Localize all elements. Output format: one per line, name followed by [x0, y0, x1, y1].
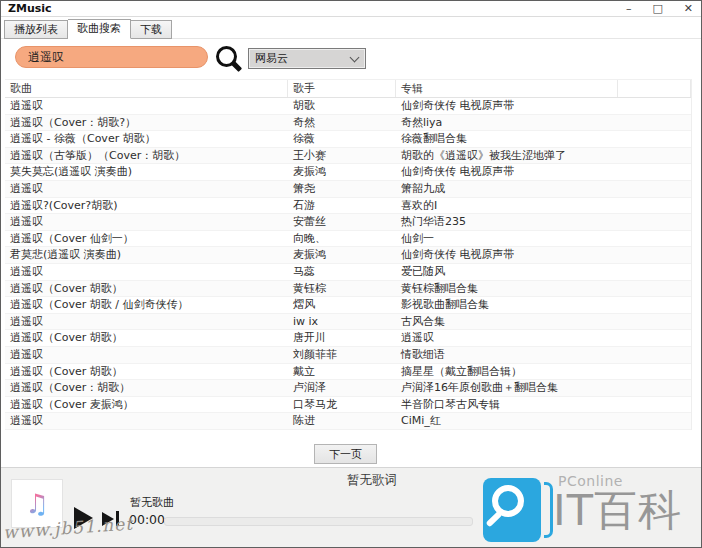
cell-artist[interactable]: 向晚、 — [288, 231, 396, 247]
cell-extra[interactable] — [618, 413, 691, 429]
cell-song[interactable]: 君莫悲(逍遥叹 演奏曲) — [5, 247, 288, 263]
table-row[interactable]: 莫失莫忘(逍遥叹 演奏曲)麦振鸿仙剑奇侠传 电视原声带 — [5, 164, 691, 181]
search-icon[interactable] — [214, 44, 244, 74]
cell-extra[interactable] — [618, 297, 691, 313]
cell-artist[interactable]: 王小赛 — [288, 148, 396, 164]
cell-album[interactable]: 情歌细语 — [396, 347, 618, 363]
table-row[interactable]: 逍遥叹iw ix古风合集 — [5, 314, 691, 331]
table-row[interactable]: 逍遥叹（Cover 胡歌）戴立摘星星（戴立翻唱合辑） — [5, 364, 691, 381]
cell-song[interactable]: 逍遥叹（Cover 仙剑一） — [5, 231, 288, 247]
cell-song[interactable]: 逍遥叹（Cover：胡歌?） — [5, 115, 288, 131]
tab-playlist[interactable]: 播放列表 — [4, 20, 68, 39]
tab-song-search[interactable]: 歌曲搜索 — [68, 19, 131, 39]
table-row[interactable]: 逍遥叹 - 徐薇（Cover 胡歌）徐薇徐薇翻唱合集 — [5, 131, 691, 148]
cell-album[interactable]: 胡歌的《逍遥叹》被我生涩地弹了 — [396, 148, 618, 164]
table-row[interactable]: 逍遥叹（Cover 仙剑一）向晚、仙剑一 — [5, 231, 691, 248]
maximize-icon[interactable]: □ — [652, 2, 662, 15]
table-row[interactable]: 逍遥叹（古筝版）（Cover：胡歌）王小赛胡歌的《逍遥叹》被我生涩地弹了 — [5, 148, 691, 165]
cell-extra[interactable] — [618, 364, 691, 380]
cell-song[interactable]: 逍遥叹（Cover 胡歌） — [5, 330, 288, 346]
cell-extra[interactable] — [618, 281, 691, 297]
cell-extra[interactable] — [618, 98, 691, 114]
table-row[interactable]: 逍遥叹刘颜菲菲情歌细语 — [5, 347, 691, 364]
cell-album[interactable]: 徐薇翻唱合集 — [396, 131, 618, 147]
table-row[interactable]: 逍遥叹（Cover 麦振鸿）口琴马龙半音阶口琴古风专辑 — [5, 397, 691, 414]
table-row[interactable]: 逍遥叹?(Cover?胡歌)石游喜欢的Ⅰ — [5, 198, 691, 215]
table-row[interactable]: 逍遥叹（Cover：胡歌?）奇然奇然liya — [5, 115, 691, 132]
cell-album[interactable]: 古风合集 — [396, 314, 618, 330]
cell-artist[interactable]: 口琴马龙 — [288, 397, 396, 413]
source-select[interactable]: 网易云 — [248, 48, 366, 69]
cell-song[interactable]: 逍遥叹（Cover 胡歌 / 仙剑奇侠传） — [5, 297, 288, 313]
cell-song[interactable]: 逍遥叹 — [5, 413, 288, 429]
table-row[interactable]: 逍遥叹（Cover 胡歌）唐开川逍遥叹 — [5, 330, 691, 347]
cell-song[interactable]: 逍遥叹（古筝版）（Cover：胡歌） — [5, 148, 288, 164]
cell-extra[interactable] — [618, 330, 691, 346]
table-row[interactable]: 君莫悲(逍遥叹 演奏曲)麦振鸿仙剑奇侠传 电视原声带 — [5, 247, 691, 264]
table-row[interactable]: 逍遥叹陈进CiMi_红 — [5, 413, 691, 430]
cell-extra[interactable] — [618, 247, 691, 263]
search-input[interactable] — [16, 50, 198, 64]
cell-artist[interactable]: 箫尧 — [288, 181, 396, 197]
cell-artist[interactable]: 奇然 — [288, 115, 396, 131]
cell-extra[interactable] — [618, 198, 691, 214]
cell-album[interactable]: 仙剑奇侠传 电视原声带 — [396, 164, 618, 180]
cell-song[interactable]: 逍遥叹（Cover：胡歌） — [5, 380, 288, 396]
cell-song[interactable]: 逍遥叹（Cover 胡歌） — [5, 281, 288, 297]
cell-artist[interactable]: 熠风 — [288, 297, 396, 313]
cell-song[interactable]: 逍遥叹（Cover 麦振鸿） — [5, 397, 288, 413]
cell-extra[interactable] — [618, 314, 691, 330]
cell-artist[interactable]: 徐薇 — [288, 131, 396, 147]
cell-song[interactable]: 逍遥叹?(Cover?胡歌) — [5, 198, 288, 214]
cell-album[interactable]: 箫韶九成 — [396, 181, 618, 197]
cell-album[interactable]: 爱已随风 — [396, 264, 618, 280]
table-row[interactable]: 逍遥叹（Cover：胡歌）卢润泽卢润泽16年原创歌曲＋翻唱合集 — [5, 380, 691, 397]
cell-album[interactable]: 影视歌曲翻唱合集 — [396, 297, 618, 313]
tab-download[interactable]: 下载 — [131, 20, 172, 39]
cell-album[interactable]: 仙剑一 — [396, 231, 618, 247]
header-artist[interactable]: 歌手 — [288, 80, 396, 97]
cell-song[interactable]: 莫失莫忘(逍遥叹 演奏曲) — [5, 164, 288, 180]
cell-artist[interactable]: iw ix — [288, 314, 396, 330]
cell-song[interactable]: 逍遥叹 - 徐薇（Cover 胡歌） — [5, 131, 288, 147]
cell-song[interactable]: 逍遥叹 — [5, 347, 288, 363]
cell-extra[interactable] — [618, 148, 691, 164]
cell-album[interactable]: CiMi_红 — [396, 413, 618, 429]
cell-artist[interactable]: 卢润泽 — [288, 380, 396, 396]
table-row[interactable]: 逍遥叹安蕾丝热门华语235 — [5, 214, 691, 231]
cell-artist[interactable]: 陈进 — [288, 413, 396, 429]
cell-extra[interactable] — [618, 115, 691, 131]
cell-song[interactable]: 逍遥叹 — [5, 214, 288, 230]
table-row[interactable]: 逍遥叹（Cover 胡歌）黄钰棕黄钰棕翻唱合集 — [5, 281, 691, 298]
table-row[interactable]: 逍遥叹马蕊爱已随风 — [5, 264, 691, 281]
cell-extra[interactable] — [618, 181, 691, 197]
cell-album[interactable]: 奇然liya — [396, 115, 618, 131]
cell-artist[interactable]: 黄钰棕 — [288, 281, 396, 297]
progress-bar[interactable] — [164, 517, 473, 526]
cell-album[interactable]: 半音阶口琴古风专辑 — [396, 397, 618, 413]
cell-artist[interactable]: 戴立 — [288, 364, 396, 380]
table-row[interactable]: 逍遥叹箫尧箫韶九成 — [5, 181, 691, 198]
cell-artist[interactable]: 安蕾丝 — [288, 214, 396, 230]
table-row[interactable]: 逍遥叹胡歌仙剑奇侠传 电视原声带 — [5, 98, 691, 115]
cell-song[interactable]: 逍遥叹 — [5, 181, 288, 197]
cell-song[interactable]: 逍遥叹 — [5, 314, 288, 330]
cell-extra[interactable] — [618, 164, 691, 180]
cell-extra[interactable] — [618, 347, 691, 363]
cell-artist[interactable]: 马蕊 — [288, 264, 396, 280]
next-page-button[interactable]: 下一页 — [314, 444, 377, 464]
cell-extra[interactable] — [618, 264, 691, 280]
cell-album[interactable]: 逍遥叹 — [396, 330, 618, 346]
cell-extra[interactable] — [618, 380, 691, 396]
table-row[interactable]: 逍遥叹（Cover 胡歌 / 仙剑奇侠传）熠风影视歌曲翻唱合集 — [5, 297, 691, 314]
close-icon[interactable]: ✕ — [684, 2, 693, 15]
cell-artist[interactable]: 石游 — [288, 198, 396, 214]
header-song[interactable]: 歌曲 — [5, 80, 288, 97]
cell-album[interactable]: 黄钰棕翻唱合集 — [396, 281, 618, 297]
cell-album[interactable]: 卢润泽16年原创歌曲＋翻唱合集 — [396, 380, 618, 396]
cell-song[interactable]: 逍遥叹（Cover 胡歌） — [5, 364, 288, 380]
cell-album[interactable]: 摘星星（戴立翻唱合辑） — [396, 364, 618, 380]
cell-song[interactable]: 逍遥叹 — [5, 98, 288, 114]
header-album[interactable]: 专辑 — [396, 80, 618, 97]
cell-artist[interactable]: 麦振鸿 — [288, 247, 396, 263]
